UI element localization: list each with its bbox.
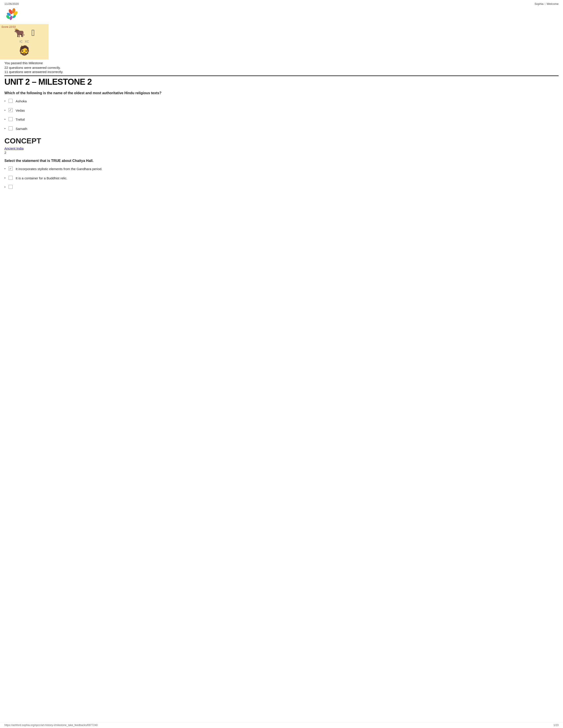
bullet-icon: ●: [4, 128, 6, 129]
concept-heading: CONCEPT: [4, 137, 559, 145]
bullet-icon: ●: [4, 118, 6, 120]
bullet-icon: ●: [4, 177, 6, 179]
correct-count: 22 questions were answered correctly.: [4, 66, 559, 69]
question-1-answers: ● Ashoka ● Vedas ● Trefoil ● Sarnath: [4, 99, 559, 131]
answer-item: ● Sarnath: [4, 126, 559, 131]
logo-area: [0, 7, 563, 24]
answer-label-sarnath: Sarnath: [16, 126, 27, 131]
bullet-icon: ●: [4, 109, 6, 111]
answer-item: ● Trefoil: [4, 117, 559, 122]
pharaoh-icon: 𓀀: [32, 28, 35, 38]
concept-section: CONCEPT Ancient India 2: [4, 137, 559, 154]
sophia-logo: [4, 8, 22, 21]
bullet-icon: ●: [4, 100, 6, 102]
date-label: 11/26/2020: [4, 2, 19, 6]
checkbox-q2-c[interactable]: [9, 185, 13, 189]
checkbox-ashoka[interactable]: [9, 99, 13, 103]
jesus-icon: 🧔: [19, 45, 30, 56]
checkbox-trefoil[interactable]: [9, 117, 13, 121]
score-overlay: Score 22/33: [1, 25, 16, 28]
bull-icon: 🐂: [14, 28, 25, 38]
ancient-india-link[interactable]: Ancient India: [4, 146, 559, 150]
question-1-block: Which of the following is the name of th…: [4, 91, 559, 131]
question-2-block: Select the statement that is TRUE about …: [4, 159, 559, 189]
answer-label-gandhara: It incorporates stylistic elements from …: [16, 166, 102, 172]
question-1-text: Which of the following is the name of th…: [4, 91, 559, 95]
ic-label: ΙC: [19, 40, 23, 43]
passed-text: You passed this Milestone: [4, 61, 559, 65]
milestone-header: UNIT 2 – MILESTONE 2: [4, 75, 559, 87]
answer-item: ●: [4, 185, 559, 189]
answer-label-trefoil: Trefoil: [16, 117, 25, 122]
answer-label-vedas: Vedas: [16, 108, 25, 113]
bullet-icon: ●: [4, 168, 6, 170]
answer-item: ● Ashoka: [4, 99, 559, 104]
incorrect-count: 11 questions were answered incorrectly.: [4, 70, 559, 74]
top-bar: 11/26/2020 Sophia :: Welcome: [0, 0, 563, 7]
checkbox-gandhara[interactable]: [9, 167, 13, 171]
checkbox-vedas[interactable]: [9, 108, 13, 112]
question-2-answers: ● It incorporates stylistic elements fro…: [4, 166, 559, 189]
answer-label-relic: It is a container for a Buddhist relic.: [16, 176, 67, 181]
checkbox-relic[interactable]: [9, 176, 13, 180]
checkbox-sarnath[interactable]: [9, 126, 13, 130]
concept-number: 2: [4, 151, 559, 154]
answer-label-ashoka: Ashoka: [16, 99, 27, 104]
xc-label: XC: [25, 40, 29, 43]
answer-item: ● Vedas: [4, 108, 559, 113]
answer-item: ● It incorporates stylistic elements fro…: [4, 166, 559, 172]
score-card-image: Score 22/33 🐂 𓀀 ΙC XC 🧔: [0, 24, 49, 59]
question-2-text: Select the statement that is TRUE about …: [4, 159, 559, 163]
page-title: Sophia :: Welcome: [535, 2, 559, 6]
answer-item: ● It is a container for a Buddhist relic…: [4, 176, 559, 181]
bullet-icon: ●: [4, 186, 6, 188]
